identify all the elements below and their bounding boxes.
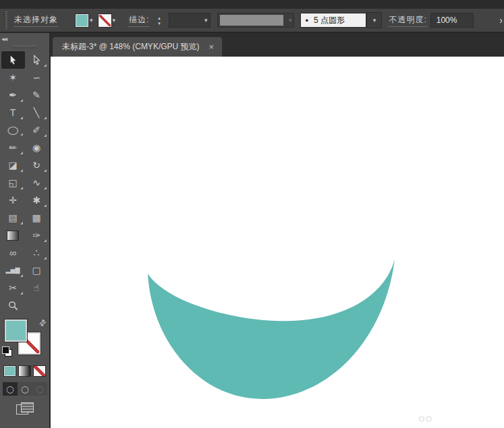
control-bar-grip[interactable] <box>4 11 7 29</box>
stroke-none-swatch[interactable] <box>99 14 111 27</box>
control-bar-overflow-chevron[interactable]: › <box>499 15 503 26</box>
tool-pen[interactable]: ✒ <box>1 86 25 104</box>
fill-color-control[interactable]: ▾ <box>76 14 93 27</box>
rotate-icon: ↻ <box>32 160 40 171</box>
tool-curvature[interactable]: ✎ <box>25 86 49 104</box>
pen-icon: ✒ <box>9 90 17 100</box>
gradient-button[interactable] <box>18 365 31 377</box>
tool-perspective-grid[interactable]: ▤ <box>1 209 25 226</box>
screen-mode-icon <box>21 402 34 412</box>
tool-hand[interactable]: ☝ <box>25 279 49 297</box>
tool-type[interactable]: T <box>1 104 25 121</box>
tool-zoom[interactable] <box>1 297 25 314</box>
tool-magic-wand[interactable]: ✶ <box>1 69 25 86</box>
lasso-icon: ∽ <box>32 72 40 83</box>
stroke-label[interactable]: 描边: <box>129 14 149 27</box>
stroke-weight-stepper[interactable]: ▴ ▾ <box>155 16 163 26</box>
curvature-icon: ✎ <box>32 90 40 100</box>
screen-mode-button[interactable] <box>16 402 34 415</box>
stroke-weight-dropdown[interactable]: ▾ <box>169 13 211 28</box>
stepper-up-icon[interactable]: ▴ <box>155 16 163 20</box>
tool-direct-selection[interactable] <box>25 51 49 69</box>
tool-puppet-warp[interactable]: ✛ <box>1 191 25 209</box>
symbol-sprayer-icon: ∴ <box>34 247 40 258</box>
opacity-label[interactable]: 不透明度: <box>389 14 426 27</box>
tools-panel: ◂◂ ✶∽✒✎T╲◯✐✏◉◪↻◱∿✛✱▤▦✑∞∴▂▅▇▢✂☝ ⇄ ◯ ◯ ◯ <box>0 33 51 428</box>
eraser-icon: ◪ <box>8 160 17 171</box>
tool-scale[interactable]: ◱ <box>1 174 25 191</box>
tool-column-graph[interactable]: ▂▅▇ <box>1 262 25 279</box>
flyout-corner-icon <box>44 187 47 189</box>
stepper-down-icon[interactable]: ▾ <box>155 21 163 26</box>
flyout-corner-icon <box>20 187 23 189</box>
brush-dropdown-button[interactable]: ▾ <box>366 12 382 28</box>
chevron-down-icon[interactable]: ▾ <box>90 18 93 24</box>
tool-symbol-sprayer[interactable]: ∴ <box>25 244 49 262</box>
column-graph-icon: ▂▅▇ <box>6 267 20 274</box>
fill-color-swatch[interactable] <box>76 14 88 27</box>
tool-rotate[interactable]: ↻ <box>25 156 49 174</box>
tool-gradient[interactable] <box>1 226 25 244</box>
none-button[interactable] <box>33 365 46 377</box>
draw-behind-button[interactable]: ◯ <box>18 382 32 396</box>
flyout-corner-icon <box>44 239 47 242</box>
canvas[interactable]: oo <box>51 57 504 428</box>
tool-width[interactable]: ∿ <box>25 174 49 191</box>
default-fill-stroke-icon[interactable] <box>2 346 12 357</box>
artboard-icon: ▢ <box>32 265 40 276</box>
flyout-corner-icon <box>44 204 47 207</box>
tool-blend[interactable]: ∞ <box>1 244 25 262</box>
tool-eyedropper[interactable]: ✑ <box>25 226 49 244</box>
opacity-value: 100% <box>437 16 457 25</box>
drawing-modes-row: ◯ ◯ ◯ <box>3 382 47 396</box>
close-icon[interactable]: × <box>209 42 215 52</box>
direct-selection-icon <box>32 55 42 65</box>
mesh-icon: ▦ <box>32 212 40 223</box>
flyout-corner-icon <box>44 257 47 259</box>
swap-fill-stroke-icon[interactable]: ⇄ <box>37 317 49 328</box>
width-profile-dropdown[interactable]: ▾ <box>217 13 294 28</box>
toolbar-grip[interactable] <box>13 45 36 49</box>
tool-mesh[interactable]: ▦ <box>25 209 49 226</box>
flyout-corner-icon <box>44 134 47 137</box>
tool-artboard[interactable]: ▢ <box>25 262 49 279</box>
brush-definition-dropdown[interactable]: • 5 点圆形 <box>300 13 366 28</box>
chevron-down-icon: ▾ <box>289 18 292 24</box>
flyout-corner-icon <box>20 169 23 172</box>
type-icon: T <box>10 107 16 118</box>
tool-blob-brush[interactable]: ◉ <box>25 139 49 156</box>
tool-pencil[interactable]: ✏ <box>1 139 25 156</box>
ellipse-icon: ◯ <box>7 125 19 135</box>
tool-paintbrush[interactable]: ✐ <box>25 121 49 139</box>
flyout-corner-icon <box>20 222 23 224</box>
flyout-corner-icon <box>20 133 23 135</box>
tool-lasso[interactable]: ∽ <box>25 69 49 86</box>
document-tab[interactable]: 未标题-3* @ 148% (CMYK/GPU 预览) × <box>53 37 222 57</box>
chevron-down-icon[interactable]: ▾ <box>113 18 116 24</box>
draw-inside-button[interactable]: ◯ <box>32 382 47 396</box>
color-button[interactable] <box>3 365 16 377</box>
tool-line-segment[interactable]: ╲ <box>25 104 49 121</box>
opacity-value-dropdown[interactable]: 100% <box>430 13 474 28</box>
flyout-corner-icon <box>20 152 23 154</box>
pencil-icon: ✏ <box>9 142 17 153</box>
tool-shape-builder[interactable]: ✱ <box>25 191 49 209</box>
selection-status: 未选择对象 <box>14 14 58 27</box>
crescent-shape[interactable] <box>51 57 504 428</box>
brush-dot-icon: • <box>305 16 308 25</box>
collapse-panel-icon[interactable]: ◂◂ <box>1 35 7 42</box>
tool-selection[interactable] <box>1 51 25 69</box>
watermark: oo <box>418 412 433 425</box>
tool-eraser[interactable]: ◪ <box>1 156 25 174</box>
flyout-corner-icon <box>44 117 47 119</box>
zoom-icon <box>8 301 18 311</box>
width-icon: ∿ <box>32 177 40 188</box>
flyout-corner-icon <box>44 64 47 67</box>
fill-indicator[interactable] <box>5 319 27 342</box>
tool-ellipse[interactable]: ◯ <box>1 123 25 137</box>
flyout-corner-icon <box>44 169 47 172</box>
draw-normal-button[interactable]: ◯ <box>3 382 18 396</box>
stroke-color-control[interactable]: ▾ <box>99 14 116 27</box>
fill-stroke-cluster: ⇄ <box>0 318 49 363</box>
tool-slice[interactable]: ✂ <box>1 279 25 297</box>
